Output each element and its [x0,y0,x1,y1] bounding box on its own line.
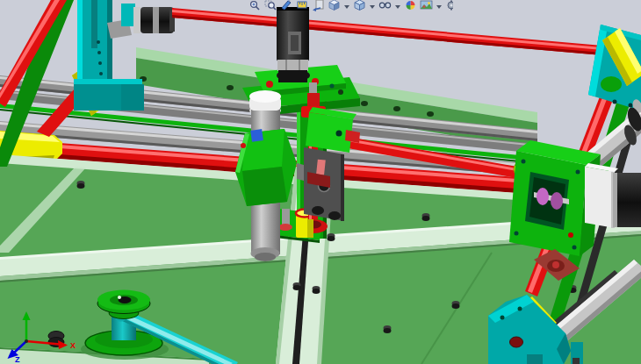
zoom-to-area-icon[interactable] [264,0,277,11]
display-style-dropdown-caret[interactable] [369,0,376,11]
edit-appearance-icon[interactable] [404,0,417,11]
apply-scene-dropdown-caret[interactable] [436,0,443,11]
view-settings-icon[interactable] [445,0,453,11]
coupling-mount [121,4,135,26]
display-style-icon[interactable] [353,0,366,11]
measure-icon[interactable] [296,0,309,11]
bearing-hole [510,337,523,347]
hide-show-items-dropdown-caret[interactable] [394,0,401,11]
cad-application-window: X Z [0,0,641,364]
3d-viewport[interactable]: X Z [0,0,641,364]
motor-flange-block [585,167,615,228]
tool-bracket[interactable] [297,147,344,221]
view-orientation-icon[interactable] [328,0,341,11]
previous-view-icon[interactable] [312,0,325,11]
shaft-coupling [537,188,549,205]
stepper-motor[interactable] [277,7,309,82]
triad-x-label: X [70,341,76,350]
apply-scene-icon[interactable] [420,0,433,11]
hide-show-items-icon[interactable] [378,0,392,11]
triad-z-label: Z [15,355,20,364]
zoom-to-fit-icon[interactable] [248,0,262,11]
view-orientation-dropdown-caret[interactable] [343,0,350,11]
heads-up-view-toolbar [248,0,453,11]
section-view-icon[interactable] [280,0,293,11]
